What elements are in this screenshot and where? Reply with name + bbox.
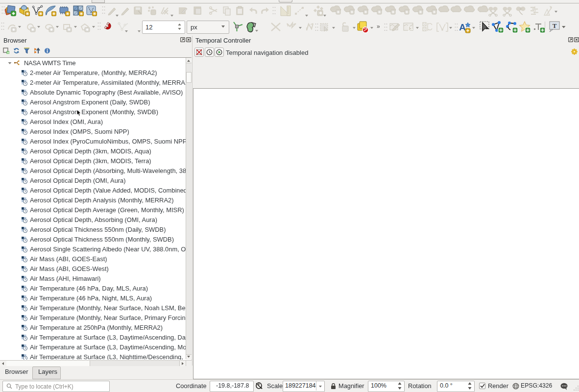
- svg-text:T: T: [553, 22, 557, 29]
- svg-text:A: A: [459, 22, 466, 32]
